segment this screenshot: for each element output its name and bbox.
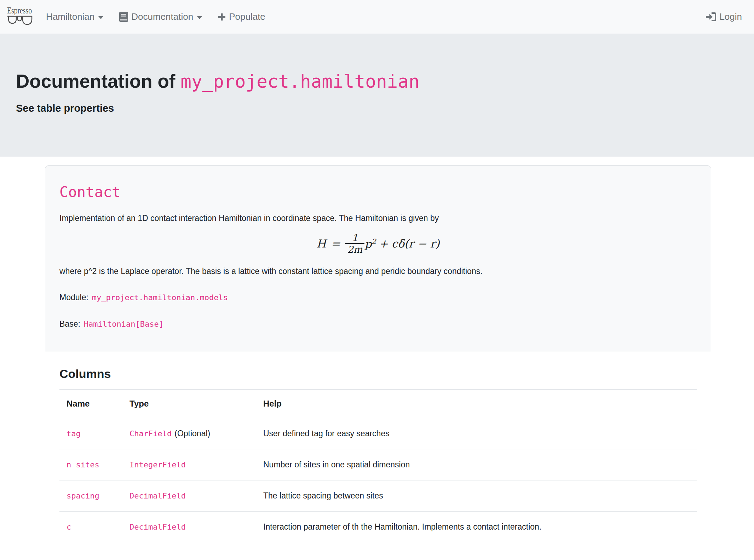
formula-numerator: 1 bbox=[350, 232, 360, 243]
table-header-row: Name Type Help bbox=[59, 390, 697, 418]
page-title-table-name: my_project.hamiltonian bbox=[180, 71, 420, 92]
docstring-body: where p^2 is the Laplace operator. The b… bbox=[59, 266, 697, 277]
column-header-name: Name bbox=[59, 390, 122, 418]
page-subtitle: See table properties bbox=[16, 103, 738, 114]
nav-documentation-label: Documentation bbox=[131, 11, 193, 22]
field-type: IntegerField bbox=[129, 460, 186, 469]
formula-equals: = bbox=[331, 237, 340, 250]
page-title: Documentation of my_project.hamiltonian bbox=[16, 70, 738, 92]
field-name: n_sites bbox=[67, 460, 99, 469]
field-help: Number of sites in one spatial dimension bbox=[256, 449, 697, 480]
nav-populate-label: Populate bbox=[229, 11, 265, 22]
nav-dropdown-documentation[interactable]: Documentation bbox=[119, 11, 202, 22]
nav-dropdown-hamiltonian[interactable]: Hamiltonian bbox=[46, 11, 103, 22]
formula-lhs: H bbox=[317, 237, 326, 250]
main-content: Contact Implementation of an 1D contact … bbox=[0, 165, 754, 560]
field-type-suffix: (Optional) bbox=[174, 429, 210, 438]
field-help: User defined tag for easy searches bbox=[256, 418, 697, 449]
columns-panel: Columns Name Type Help tag CharField(Opt… bbox=[45, 352, 711, 560]
field-name: spacing bbox=[67, 491, 99, 500]
login-link[interactable]: Login bbox=[706, 11, 742, 22]
formula-momentum-term: p2 bbox=[364, 237, 376, 250]
nav-hamiltonian-label: Hamiltonian bbox=[46, 11, 94, 22]
field-help: Interaction parameter of th the Hamilton… bbox=[256, 512, 697, 543]
svg-text:Espresso: Espresso bbox=[7, 6, 32, 15]
docstring-panel: Contact Implementation of an 1D contact … bbox=[45, 166, 711, 352]
espresso-logo-icon: Espresso bbox=[6, 5, 33, 29]
plus-icon bbox=[218, 13, 226, 21]
formula-interaction-term: + cδ(r − r) bbox=[379, 237, 439, 250]
column-header-type: Type bbox=[122, 390, 256, 418]
field-type: DecimalField bbox=[129, 491, 186, 500]
chevron-down-icon bbox=[98, 16, 103, 19]
field-type: CharField bbox=[129, 429, 172, 438]
login-label: Login bbox=[719, 11, 742, 22]
columns-heading: Columns bbox=[59, 367, 697, 381]
book-icon bbox=[119, 11, 128, 22]
model-name-heading: Contact bbox=[59, 183, 697, 200]
table-card: Contact Implementation of an 1D contact … bbox=[45, 165, 711, 560]
top-navbar: Espresso Hamiltonian Documentation bbox=[0, 0, 754, 34]
field-name: c bbox=[67, 523, 71, 531]
module-label: Module: bbox=[59, 293, 88, 302]
formula-fraction: 1 2m bbox=[345, 232, 365, 255]
table-row: n_sites IntegerField Number of sites in … bbox=[59, 449, 697, 480]
field-name: tag bbox=[67, 429, 81, 438]
formula-denominator: 2m bbox=[345, 243, 365, 255]
field-help: The lattice spacing between sites bbox=[256, 480, 697, 512]
page-header: Documentation of my_project.hamiltonian … bbox=[0, 34, 754, 157]
base-line: Base:Hamiltonian[Base] bbox=[59, 318, 697, 330]
table-row: tag CharField(Optional) User defined tag… bbox=[59, 418, 697, 449]
nav-populate-button[interactable]: Populate bbox=[218, 11, 265, 22]
table-row: spacing DecimalField The lattice spacing… bbox=[59, 480, 697, 512]
module-line: Module:my_project.hamiltonian.models bbox=[59, 292, 697, 303]
docstring-intro: Implementation of an 1D contact interact… bbox=[59, 212, 697, 224]
columns-table: Name Type Help tag CharField(Optional) U… bbox=[59, 390, 697, 542]
field-type: DecimalField bbox=[129, 523, 186, 531]
module-link[interactable]: my_project.hamiltonian.models bbox=[92, 293, 228, 302]
sign-in-icon bbox=[706, 12, 716, 22]
hamiltonian-formula: H = 1 2m p2 + cδ(r − r) bbox=[59, 232, 697, 255]
table-row: c DecimalField Interaction parameter of … bbox=[59, 512, 697, 543]
base-label: Base: bbox=[59, 319, 80, 328]
page-title-prefix: Documentation of bbox=[16, 71, 180, 92]
espresso-logo[interactable]: Espresso bbox=[6, 5, 33, 29]
column-header-help: Help bbox=[256, 390, 697, 418]
chevron-down-icon bbox=[197, 16, 202, 19]
base-link[interactable]: Hamiltonian[Base] bbox=[84, 320, 163, 328]
